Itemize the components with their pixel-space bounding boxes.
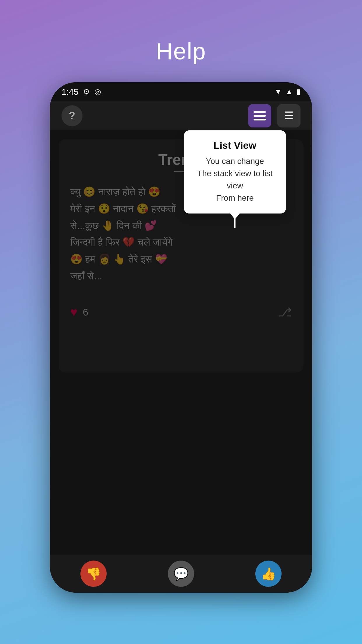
status-time: 1:45 bbox=[61, 87, 78, 97]
tooltip-title: List View bbox=[196, 140, 274, 151]
tooltip-body: You can changeThe stack view to list vie… bbox=[196, 155, 274, 204]
tooltip-box: List View You can changeThe stack view t… bbox=[184, 130, 286, 214]
signal-icon: ▲ bbox=[285, 87, 293, 96]
comment-icon: 💬 bbox=[173, 567, 189, 581]
battery-icon: ▮ bbox=[296, 87, 301, 96]
phone-inner: 1:45 ⚙ ◎ ▼ ▲ ▮ ? bbox=[50, 82, 312, 593]
status-bar-right: ▼ ▲ ▮ bbox=[275, 87, 301, 96]
tooltip-stem bbox=[234, 219, 236, 228]
status-bar-left: 1:45 ⚙ ◎ bbox=[61, 87, 101, 97]
phone-shell: 1:45 ⚙ ◎ ▼ ▲ ▮ ? bbox=[50, 82, 312, 593]
list-line-2 bbox=[254, 115, 266, 117]
like-icon: 👍 bbox=[261, 567, 276, 581]
list-line-1 bbox=[254, 111, 266, 113]
card-footer: ♥ 6 ⎇ bbox=[70, 299, 292, 319]
doc-view-button[interactable]: ☰ bbox=[277, 104, 301, 127]
dislike-button[interactable]: 👎 bbox=[80, 561, 107, 587]
like-button[interactable]: 👍 bbox=[255, 561, 282, 587]
share-icon[interactable]: ⎇ bbox=[278, 305, 292, 319]
list-view-button[interactable] bbox=[248, 104, 271, 127]
comment-button[interactable]: 💬 bbox=[168, 561, 194, 587]
list-line-3 bbox=[254, 119, 266, 120]
page-title: Help bbox=[156, 38, 206, 65]
tooltip-container: List View You can changeThe stack view t… bbox=[184, 130, 286, 228]
help-button[interactable]: ? bbox=[61, 105, 82, 126]
heart-icon: ♥ bbox=[70, 305, 78, 319]
wifi-icon: ▼ bbox=[275, 87, 282, 96]
settings-icon: ⚙ bbox=[83, 87, 90, 96]
tooltip-arrow bbox=[230, 213, 240, 219]
app-toolbar: ? ☰ List View bbox=[50, 101, 312, 130]
at-icon: ◎ bbox=[94, 87, 101, 96]
status-bar: 1:45 ⚙ ◎ ▼ ▲ ▮ bbox=[50, 82, 312, 101]
list-view-icon bbox=[249, 107, 270, 125]
like-section: ♥ 6 bbox=[70, 305, 88, 319]
like-count: 6 bbox=[83, 307, 88, 318]
bottom-nav: 👎 💬 👍 bbox=[50, 555, 312, 593]
toolbar-right-area: ☰ List View You can changeThe stack view… bbox=[248, 104, 301, 127]
dislike-icon: 👎 bbox=[86, 567, 101, 581]
doc-icon: ☰ bbox=[284, 110, 294, 122]
